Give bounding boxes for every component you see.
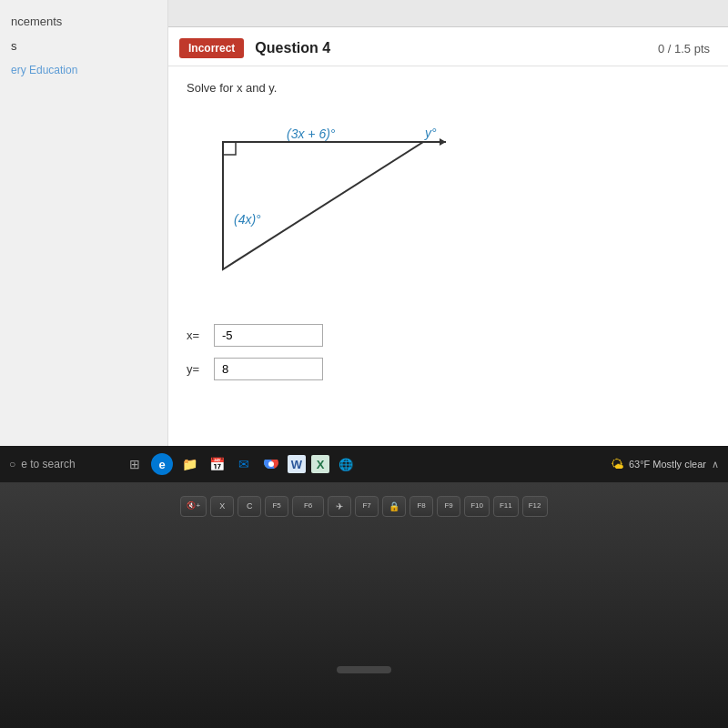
x-input-row: x=	[187, 324, 710, 347]
search-text: e to search	[21, 458, 75, 470]
chevron-icon[interactable]: ∧	[712, 459, 719, 470]
key-c[interactable]: C	[238, 496, 261, 517]
sidebar-item-files[interactable]: s	[0, 34, 167, 58]
key-f10[interactable]: F10	[464, 496, 490, 517]
key-x[interactable]: X	[210, 496, 234, 517]
svg-marker-0	[223, 142, 423, 269]
diagram-container: (3x + 6)° y° (4x)°	[187, 106, 478, 306]
taskbar-right: 🌤 63°F Mostly clear ∧	[611, 457, 728, 471]
svg-point-8	[268, 461, 274, 467]
sidebar-item-announcements[interactable]: ncements	[0, 9, 167, 34]
mail-icon[interactable]: ✉	[233, 453, 255, 475]
y-input[interactable]	[214, 358, 323, 380]
key-f8[interactable]: F8	[410, 496, 433, 517]
svg-text:(3x + 6)°: (3x + 6)°	[287, 126, 336, 141]
key-f11[interactable]: F11	[493, 496, 519, 517]
file-explorer-icon[interactable]: 📁	[178, 453, 200, 475]
incorrect-badge: Incorrect	[179, 38, 244, 58]
triangle-diagram: (3x + 6)° y° (4x)°	[187, 106, 478, 306]
laptop-body: 🔇+ X C F5 F6 ✈ F7 🔒 F8 F9 F10 F11 F12	[0, 482, 728, 728]
excel-icon[interactable]: X	[311, 455, 329, 473]
main-content: Incorrect Question 4 0 / 1.5 pts Solve f…	[168, 0, 728, 446]
svg-text:(4x)°: (4x)°	[234, 212, 261, 227]
svg-marker-3	[440, 138, 446, 146]
screen: ncements s ery Education Incorrect Quest…	[0, 0, 728, 446]
key-airplane[interactable]: ✈	[328, 496, 351, 517]
chrome-icon[interactable]	[260, 453, 282, 475]
calendar-icon[interactable]: 📅	[206, 453, 228, 475]
question-body: Solve for x and y.	[168, 66, 728, 446]
x-label: x=	[187, 329, 214, 342]
keyboard: 🔇+ X C F5 F6 ✈ F7 🔒 F8 F9 F10 F11 F12	[0, 482, 728, 521]
question-header: Incorrect Question 4 0 / 1.5 pts	[168, 27, 728, 66]
svg-rect-1	[223, 142, 236, 155]
taskbar-icons: ⊞ e 📁 📅 ✉ W X 🌐	[118, 453, 362, 475]
taskbar-search-area: ○ e to search	[0, 458, 118, 470]
key-f9[interactable]: F9	[437, 496, 460, 517]
key-lock[interactable]: 🔒	[382, 496, 406, 517]
taskview-icon[interactable]: ⊞	[124, 453, 146, 475]
weather-text: 63°F Mostly clear	[629, 459, 706, 470]
word-icon[interactable]: W	[288, 455, 306, 473]
y-label: y=	[187, 362, 214, 376]
sidebar-item-education[interactable]: ery Education	[0, 58, 167, 82]
key-f6[interactable]: F6	[292, 496, 324, 517]
question-points: 0 / 1.5 pts	[658, 42, 710, 56]
svg-text:y°: y°	[424, 126, 437, 140]
top-banner	[168, 0, 728, 27]
x-input[interactable]	[214, 324, 323, 347]
y-input-row: y=	[187, 358, 710, 380]
key-vol-down[interactable]: 🔇+	[180, 496, 207, 517]
edge-icon[interactable]: e	[151, 453, 173, 475]
question-title: Question 4	[255, 40, 658, 56]
taskbar: ○ e to search ⊞ e 📁 📅 ✉ W X 🌐	[0, 446, 728, 482]
trackpad-indicator	[337, 666, 391, 673]
key-f5[interactable]: F5	[265, 496, 288, 517]
weather-icon: 🌤	[611, 457, 623, 471]
keyboard-row-fn: 🔇+ X C F5 F6 ✈ F7 🔒 F8 F9 F10 F11 F12	[180, 496, 547, 517]
globe-icon[interactable]: 🌐	[335, 453, 357, 475]
key-f7[interactable]: F7	[355, 496, 379, 517]
solve-instruction: Solve for x and y.	[187, 81, 710, 95]
key-f12[interactable]: F12	[522, 496, 548, 517]
sidebar: ncements s ery Education	[0, 0, 168, 446]
